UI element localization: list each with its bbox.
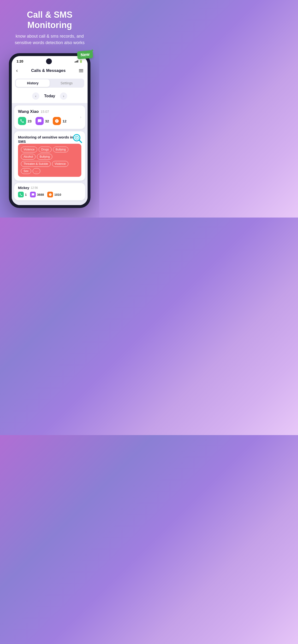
contact-card-mickey[interactable]: Mickey 12:56 1 (14, 183, 85, 200)
contact-chevron: › (80, 115, 81, 119)
signal-bar-1 (75, 62, 75, 62)
contact-stats-mickey: 1 3688 (18, 192, 81, 198)
call-count-mickey: 1 (25, 193, 27, 196)
tag-more: ... (33, 168, 40, 174)
tag-threaten-suicide: Threaten & Suicide (21, 161, 51, 167)
contact-name-mickey: Mickey (18, 186, 29, 190)
tag-alcohol: Alcohol (21, 154, 36, 160)
sensitive-card-title: Monitoring of sensitive words in SMS (18, 135, 73, 144)
phone-frame: New 1:20 🔋 ‹ Calls & (9, 53, 90, 208)
tab-container: History Settings (15, 78, 84, 88)
message-stat: 32 (36, 117, 49, 125)
alert-stat: 12 (53, 117, 66, 125)
contact-name: Wang Xiao (18, 109, 39, 114)
phone-screen: 1:20 🔋 ‹ Calls & Messages (12, 56, 88, 205)
search-magnify-icon: ! (73, 134, 83, 144)
contact-time-mickey: 12:56 (31, 186, 38, 190)
contact-time: 15:07 (41, 110, 49, 114)
signal-bar-4 (77, 60, 78, 62)
contact-header-mickey: Mickey 12:56 (18, 186, 81, 190)
message-count: 32 (45, 119, 49, 123)
phone-wrapper: New 1:20 🔋 ‹ Calls & (0, 51, 99, 218)
call-stat: 23 (18, 117, 32, 125)
alert-stat-mickey: 1010 (47, 192, 61, 198)
alert-icon-mickey (47, 192, 53, 198)
tag-bullying-1: Bullying (53, 146, 68, 152)
contact-header: Wang Xiao 15:07 (18, 109, 81, 114)
tag-sex: Sex (21, 168, 31, 174)
content-area: Wang Xiao 15:07 › 23 (12, 103, 88, 205)
battery-icon: 🔋 (79, 60, 83, 63)
date-label: Today (44, 94, 55, 98)
svg-line-1 (79, 140, 82, 142)
menu-line-1 (79, 69, 83, 70)
tag-violence-2: Violence (52, 161, 68, 167)
hero-section: Call & SMS Monitoring know about call & … (0, 0, 99, 51)
signal-bar-3 (77, 60, 77, 62)
date-next-button[interactable]: › (60, 92, 67, 100)
tab-history[interactable]: History (16, 79, 50, 87)
menu-button[interactable] (79, 69, 83, 72)
call-icon-mickey (18, 192, 24, 198)
date-nav: ‹ Today › (12, 90, 88, 103)
hero-title: Call & SMS Monitoring (7, 10, 92, 30)
sensitive-words-card: Monitoring of sensitive words in SMS ! V… (14, 131, 85, 181)
message-icon-mickey (30, 192, 36, 198)
date-prev-button[interactable]: ‹ (32, 92, 39, 100)
hero-subtitle: know about call & sms records, and sensi… (7, 33, 92, 46)
contact-stats: 23 32 (18, 117, 81, 125)
menu-line-2 (79, 70, 83, 71)
back-button[interactable]: ‹ (16, 68, 18, 74)
status-icons: 🔋 (75, 60, 83, 63)
call-count: 23 (28, 119, 32, 123)
message-stat-mickey: 3688 (30, 192, 44, 198)
message-icon (36, 117, 44, 125)
signal-bar-2 (76, 61, 76, 62)
app-header: ‹ Calls & Messages (12, 65, 88, 77)
tag-violence-1: Violence (21, 146, 37, 152)
call-stat-mickey: 1 (18, 192, 27, 198)
status-bar: 1:20 🔋 (12, 56, 88, 65)
svg-text:!: ! (76, 136, 77, 139)
sensitive-tags-container: Violence Drugs Bullying Alcohol Bullying… (18, 144, 81, 177)
tab-settings[interactable]: Settings (50, 79, 83, 87)
alert-count: 12 (62, 119, 66, 123)
tag-drugs: Drugs (39, 146, 52, 152)
new-badge: New (77, 50, 93, 60)
status-notch (46, 58, 52, 64)
tag-bullying-2: Bullying (37, 154, 52, 160)
status-time: 1:20 (17, 60, 23, 63)
app-title: Calls & Messages (31, 68, 66, 73)
contact-card-wang-xiao[interactable]: Wang Xiao 15:07 › 23 (14, 106, 85, 129)
call-icon (18, 117, 26, 125)
alert-count-mickey: 1010 (54, 193, 61, 196)
signal-bars (75, 60, 78, 62)
alert-icon (53, 117, 61, 125)
message-count-mickey: 3688 (37, 193, 44, 196)
menu-line-3 (79, 72, 83, 72)
tab-bar: History Settings (12, 77, 88, 90)
